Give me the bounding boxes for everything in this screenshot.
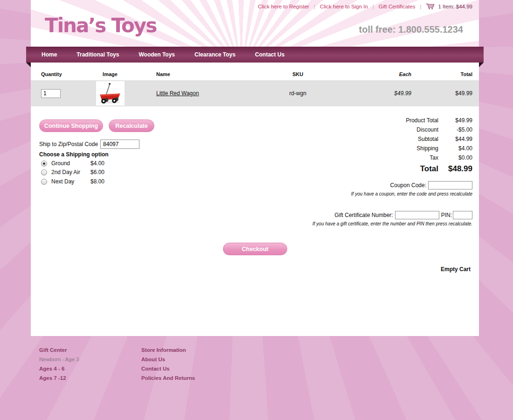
zip-code-row: Ship to Zip/Postal Code — [39, 140, 139, 149]
grand-total-label: Total — [420, 164, 438, 174]
shipping-option-ground: Ground $4.00 — [41, 160, 104, 167]
coupon-code-label: Coupon Code: — [390, 182, 426, 189]
footer-store-info-column: Store Information About Us Contact Us Po… — [141, 347, 195, 385]
footer-store-information-title: Store Information — [141, 347, 195, 353]
nav-item-home[interactable]: Home — [32, 51, 67, 58]
nav-item-contact-us[interactable]: Contact Us — [245, 51, 294, 58]
shipping-option-price: $8.00 — [90, 178, 104, 185]
cart-table-row: Little Red Wagon rd-wgn $49.99 $49.99 — [31, 80, 479, 106]
shipping-option-label[interactable]: Next Day — [51, 178, 90, 185]
empty-cart-link[interactable]: Empty Cart — [441, 266, 471, 273]
col-header-sku: SKU — [236, 71, 360, 77]
ribbon-fold-left — [26, 63, 31, 67]
total-value: $0.00 — [438, 154, 472, 161]
product-total-price: $49.99 — [416, 90, 479, 97]
total-line-product-total: Product Total $49.99 — [333, 116, 472, 125]
footer-gift-center-title[interactable]: Gift Center — [39, 347, 79, 353]
product-name-link[interactable]: Little Red Wagon — [156, 90, 199, 97]
total-value: $49.99 — [438, 117, 472, 124]
radio-2nd-day-air[interactable] — [41, 169, 47, 175]
total-line-shipping: Shipping $4.00 — [333, 144, 472, 153]
separator: | — [314, 4, 315, 9]
col-header-name: Name — [133, 71, 236, 77]
total-value: -$5.00 — [438, 126, 472, 133]
footer-link-about-us[interactable]: About Us — [141, 357, 195, 362]
total-line-subtotal: Subtotal $44.99 — [333, 134, 472, 144]
grand-total-line: Total $48.99 — [333, 162, 472, 175]
col-header-quantity: Quantity — [31, 71, 87, 77]
sign-in-link[interactable]: Click here to Sign In — [320, 4, 368, 9]
shipping-option-heading: Choose a Shipping option — [39, 151, 109, 158]
page: Click here to Register | Click here to S… — [0, 0, 513, 420]
cart-icon — [426, 3, 435, 10]
site-logo[interactable]: Tina’s Toys — [45, 14, 156, 37]
continue-shopping-button[interactable]: Continue Shopping — [39, 119, 103, 132]
total-label: Tax — [430, 154, 438, 161]
coupon-note: If you have a coupon, enter the code and… — [351, 191, 472, 196]
cart-summary-text: 1 Item: $44.99 — [438, 4, 472, 9]
gift-certificate-pin-label: PIN: — [441, 212, 452, 218]
shipping-option-label[interactable]: Ground — [51, 160, 90, 167]
gift-certificates-link[interactable]: Gift Certificates — [379, 4, 416, 9]
recalculate-button[interactable]: Recalculate — [109, 119, 154, 132]
total-label: Product Total — [406, 117, 438, 124]
col-header-total: Total — [416, 71, 479, 77]
total-label: Subtotal — [418, 136, 438, 142]
cart-status[interactable]: 1 Item: $44.99 — [426, 3, 472, 10]
col-header-each: Each — [360, 71, 416, 77]
cart-table-header: Quantity Image Name SKU Each Total — [31, 71, 479, 77]
toll-free-number: toll free: 1.800.555.1234 — [359, 24, 463, 35]
order-totals: Product Total $49.99 Discount -$5.00 Sub… — [333, 116, 472, 175]
product-sku: rd-wgn — [236, 90, 360, 97]
footer-link-policies-and-returns[interactable]: Policies And Returns — [141, 375, 195, 381]
register-link[interactable]: Click here to Register — [258, 4, 309, 9]
shipping-option-label[interactable]: 2nd Day Air — [51, 169, 90, 175]
total-label: Discount — [416, 126, 438, 133]
total-value: $44.99 — [438, 136, 472, 142]
radio-next-day[interactable] — [41, 179, 47, 185]
red-wagon-image — [97, 82, 123, 105]
zip-code-input[interactable] — [100, 140, 139, 149]
footer-link-ages-7-12[interactable]: Ages 7 -12 — [39, 375, 79, 381]
gift-certificate-note: If you have a gift certificate, enter th… — [312, 221, 472, 226]
separator: | — [420, 4, 421, 9]
radio-ground[interactable] — [41, 161, 47, 167]
shipping-option-next-day: Next Day $8.00 — [41, 178, 104, 185]
footer-link-ages-4-6[interactable]: Ages 4 - 6 — [39, 366, 79, 371]
quantity-input[interactable] — [41, 89, 61, 98]
main-nav: Home Traditional Toys Wooden Toys Cleara… — [26, 47, 484, 63]
footer-link-newborn-age-3[interactable]: Newborn - Age 3 — [39, 357, 79, 362]
footer: Gift Center Newborn - Age 3 Ages 4 - 6 A… — [0, 336, 513, 420]
gift-certificate-row: Gift Certificate Number: PIN: — [334, 211, 472, 219]
coupon-row: Coupon Code: — [390, 181, 472, 189]
footer-gift-center-column: Gift Center Newborn - Age 3 Ages 4 - 6 A… — [39, 347, 79, 385]
product-image[interactable] — [96, 81, 125, 105]
checkout-button[interactable]: Checkout — [223, 243, 287, 255]
total-value: $4.00 — [438, 145, 472, 152]
gift-certificate-pin-input[interactable] — [453, 211, 472, 219]
gift-certificate-number-label: Gift Certificate Number: — [334, 212, 393, 218]
total-line-discount: Discount -$5.00 — [333, 125, 472, 134]
grand-total-value: $48.99 — [438, 164, 472, 174]
gift-certificate-number-input[interactable] — [395, 211, 439, 219]
shipping-option-2nd-day-air: 2nd Day Air $6.00 — [41, 168, 104, 176]
ribbon-fold-right — [479, 63, 484, 67]
footer-link-contact-us[interactable]: Contact Us — [141, 366, 195, 371]
nav-item-wooden-toys[interactable]: Wooden Toys — [129, 51, 185, 58]
coupon-code-input[interactable] — [428, 181, 472, 189]
total-line-tax: Tax $0.00 — [333, 153, 472, 162]
separator: | — [373, 4, 374, 9]
product-each-price: $49.99 — [360, 90, 416, 97]
nav-item-traditional-toys[interactable]: Traditional Toys — [67, 51, 129, 58]
zip-code-label: Ship to Zip/Postal Code — [39, 141, 98, 147]
shipping-option-price: $4.00 — [90, 160, 104, 167]
col-header-image: Image — [87, 71, 133, 77]
total-label: Shipping — [416, 145, 438, 152]
shipping-option-price: $6.00 — [90, 169, 104, 175]
utility-bar: Click here to Register | Click here to S… — [258, 3, 472, 10]
content-area: Click here to Register | Click here to S… — [31, 0, 479, 336]
nav-item-clearance-toys[interactable]: Clearance Toys — [185, 51, 245, 58]
